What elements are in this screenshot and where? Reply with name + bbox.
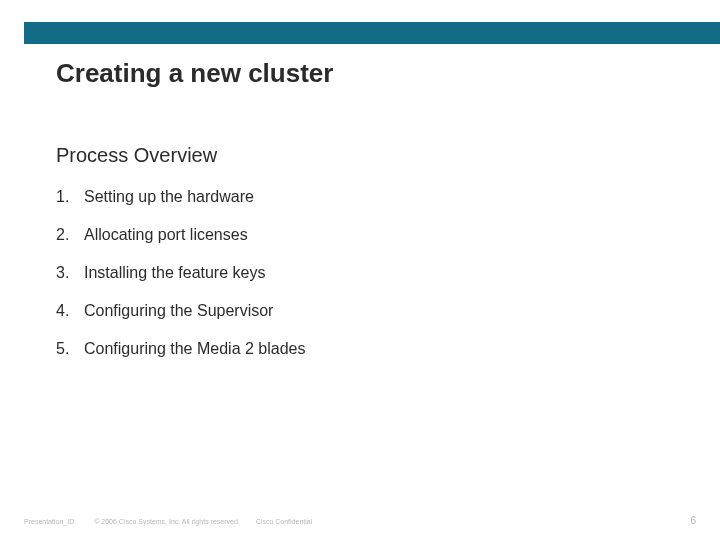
list-text: Configuring the Supervisor xyxy=(84,302,664,320)
footer-presentation-id: Presentation_ID xyxy=(24,518,74,525)
slide-title: Creating a new cluster xyxy=(56,58,333,89)
list-item: 4. Configuring the Supervisor xyxy=(56,292,664,330)
list-text: Configuring the Media 2 blades xyxy=(84,340,664,358)
list-number: 2. xyxy=(56,226,84,244)
slide-subtitle: Process Overview xyxy=(56,144,217,167)
footer-confidential: Cisco Confidential xyxy=(256,518,312,525)
footer-copyright: © 2006 Cisco Systems, Inc. All rights re… xyxy=(94,518,240,525)
footer-page-number: 6 xyxy=(690,515,696,526)
list-item: 3. Installing the feature keys xyxy=(56,254,664,292)
list-item: 5. Configuring the Media 2 blades xyxy=(56,330,664,368)
list-number: 1. xyxy=(56,188,84,206)
list-item: 1. Setting up the hardware xyxy=(56,178,664,216)
list-item: 2. Allocating port licenses xyxy=(56,216,664,254)
slide-footer: Presentation_ID © 2006 Cisco Systems, In… xyxy=(24,515,696,526)
list-text: Setting up the hardware xyxy=(84,188,664,206)
list-number: 5. xyxy=(56,340,84,358)
brand-bar xyxy=(24,22,720,44)
list-text: Installing the feature keys xyxy=(84,264,664,282)
list-number: 4. xyxy=(56,302,84,320)
list-text: Allocating port licenses xyxy=(84,226,664,244)
list-number: 3. xyxy=(56,264,84,282)
steps-list: 1. Setting up the hardware 2. Allocating… xyxy=(56,178,664,368)
